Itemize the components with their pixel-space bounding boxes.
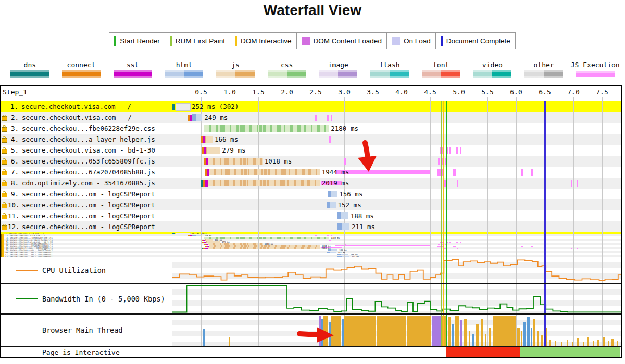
gridline	[602, 101, 603, 112]
js-execution-tick	[521, 169, 523, 176]
main-thread-activity	[493, 316, 516, 346]
gridline	[516, 101, 517, 112]
gridline	[373, 199, 373, 210]
gridline	[459, 134, 459, 145]
request-number: 4.	[8, 135, 19, 143]
request-bar-row[interactable]: 2180 ms	[172, 123, 621, 134]
dom-interactive-marker-line	[443, 232, 444, 257]
request-label-row[interactable]: 12.secure.checkou...om - logCSPReport	[1, 221, 172, 232]
axis-tick-label: 7.5	[595, 88, 609, 96]
gridline	[516, 199, 517, 210]
request-bar-row[interactable]: 1018 ms	[172, 156, 621, 167]
js-execution-tick	[449, 147, 451, 154]
rum-first-paint-marker-line	[441, 284, 442, 313]
resource-swatch	[114, 70, 152, 78]
request-url-label: secure.checkou...om - logCSPReport	[22, 201, 155, 209]
gridline	[602, 112, 603, 123]
js-execution-tick	[531, 169, 533, 176]
resource-swatch	[62, 70, 101, 78]
main-thread-activity	[489, 328, 491, 346]
request-timing-bar	[338, 223, 349, 230]
request-timing-bar	[327, 202, 336, 208]
request-bar-row[interactable]: 211 ms	[172, 221, 621, 232]
page-title: Waterfall View	[0, 2, 625, 19]
axis-tick	[573, 97, 574, 101]
axis-tick	[488, 97, 488, 101]
main-thread-activity	[617, 341, 618, 346]
main-thread-activity	[611, 339, 615, 346]
request-time-label: 2180 ms	[331, 236, 340, 239]
axis-tick	[602, 97, 603, 101]
gridline	[488, 134, 488, 145]
gridline	[316, 189, 316, 199]
waterfall-table: Step_1 0.51.01.52.02.53.03.54.04.55.05.5…	[0, 85, 622, 358]
request-bar-row[interactable]: 2019 ms	[172, 178, 621, 189]
gridline	[459, 112, 459, 123]
resource-swatch	[165, 70, 203, 78]
axis-tick-label: 3.5	[366, 88, 380, 96]
resource-label: dns	[24, 61, 36, 69]
resource-legend-connect: connect	[56, 61, 107, 78]
event-legend: Start RenderRUM First PaintDOM Interacti…	[0, 32, 625, 49]
gridline	[287, 199, 288, 210]
main-thread-activity	[485, 334, 486, 346]
request-bar-row[interactable]: 156 ms	[172, 189, 621, 199]
request-label-row[interactable]: 10.secure.checkou...om - logCSPReport	[1, 199, 172, 210]
gridline	[602, 221, 603, 232]
gridline	[516, 156, 517, 167]
request-bar-row[interactable]: 249 ms	[172, 112, 621, 123]
resource-swatch	[268, 70, 306, 78]
gridline	[201, 232, 202, 257]
request-label-row[interactable]: 8.cdn.optimizely.com - 3541670885.js	[1, 178, 172, 189]
gridline	[573, 232, 574, 257]
gridline	[459, 178, 459, 189]
lock-icon	[2, 204, 7, 208]
request-label-row[interactable]: 11.secure.checkou...om - logCSPReport	[1, 210, 172, 221]
resource-swatch	[576, 71, 615, 77]
request-bar-row[interactable]: 152 ms	[172, 199, 621, 210]
gridline	[430, 145, 431, 156]
request-bar-row[interactable]: 279 ms	[172, 145, 621, 156]
gridline	[287, 315, 288, 346]
request-bar-row[interactable]: 166 ms	[172, 134, 621, 145]
gridline	[402, 232, 402, 257]
gridline	[258, 101, 259, 112]
main-thread-activity	[521, 331, 522, 346]
main-thread-activity	[546, 328, 547, 346]
gridline	[258, 145, 259, 156]
request-label-row[interactable]: 7.secure.checkou...67a20704085b88.js	[1, 167, 172, 178]
gridline	[230, 189, 230, 199]
gridline	[602, 199, 603, 210]
request-timing-bar	[206, 147, 220, 154]
request-label-row[interactable]: 3.secure.checkou...fbe06228ef29e.css	[1, 123, 172, 134]
request-bar-row[interactable]: 188 ms	[172, 210, 621, 221]
axis-tick	[287, 97, 288, 101]
page-interactive-bar	[172, 347, 621, 357]
gridline	[516, 189, 517, 199]
gridline	[573, 123, 574, 134]
request-time-label: 2180 ms	[331, 124, 358, 132]
request-label-row[interactable]: 1.secure.checkout.visa.com - /	[1, 101, 172, 112]
request-bar-row[interactable]: 252 ms (302)	[172, 101, 621, 112]
main-thread-activity	[460, 320, 462, 346]
axis-tick	[402, 97, 402, 101]
interactive-interactive-segment	[520, 347, 621, 357]
gridline	[201, 123, 202, 134]
request-label-row[interactable]: 5.secure.checkout.visa.com - bd-1-30	[1, 145, 172, 156]
request-label-row[interactable]: 6.secure.checkou...053fc655809ffc.js	[1, 156, 172, 167]
gridline	[402, 145, 402, 156]
resource-label: video	[482, 61, 503, 69]
request-url-label: secure.checkou...67a20704085b88.js	[22, 168, 155, 176]
request-url-label: secure.checkou...om - logCSPReport	[22, 223, 155, 231]
gridline	[230, 210, 230, 221]
axis-tick-label: 2.0	[280, 88, 294, 96]
gridline	[316, 134, 316, 145]
request-label-row[interactable]: 4.secure.checkou...a-layer-helper.js	[1, 134, 172, 145]
request-label-row[interactable]: 9.secure.checkou...om - logCSPReport	[1, 189, 172, 199]
request-label-row[interactable]: 2.secure.checkout.visa.com - /	[1, 112, 172, 123]
request-time-label: 152 ms	[338, 201, 361, 209]
document-complete-mark	[441, 36, 443, 46]
request-bar-row[interactable]: 1944 ms	[172, 167, 621, 178]
request-number: 8.	[8, 179, 19, 187]
dom-interactive-label: DOM Interactive	[241, 37, 292, 45]
